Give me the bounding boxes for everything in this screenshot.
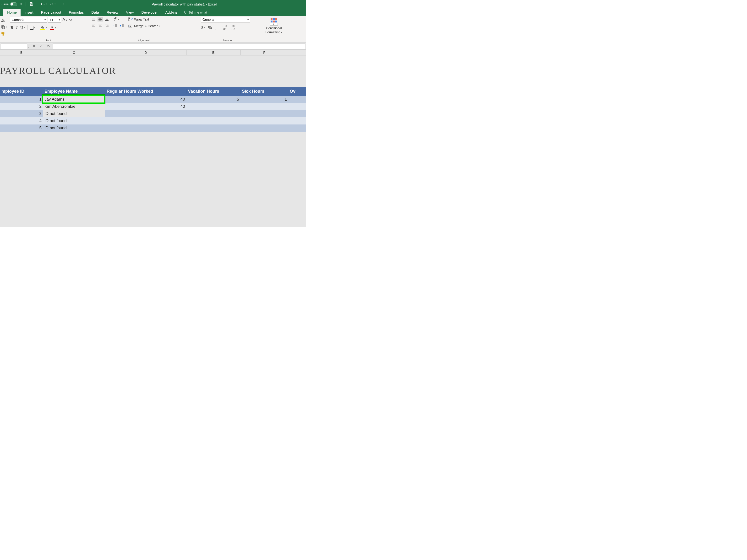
insert-function-button[interactable]: fx xyxy=(47,44,51,49)
cell-overtime[interactable] xyxy=(288,125,306,132)
tab-add-ins[interactable]: Add-ins xyxy=(161,9,181,16)
cell-employee-name[interactable]: Jay Adams xyxy=(43,96,105,103)
number-format-input[interactable] xyxy=(201,18,246,22)
orientation-button[interactable]: ab▾ xyxy=(112,17,120,22)
cell-employee-id[interactable]: 1 xyxy=(0,96,43,103)
tab-developer[interactable]: Developer xyxy=(137,9,161,16)
autosave-toggle[interactable]: Save Off xyxy=(1,2,22,6)
cell-employee-name[interactable]: ID not found xyxy=(43,125,105,132)
cell-overtime[interactable] xyxy=(288,96,306,103)
accounting-format-button[interactable]: $ ▾ xyxy=(201,25,205,30)
table-row[interactable]: 5 ID not found xyxy=(0,125,306,132)
percent-format-button[interactable]: % xyxy=(208,25,212,31)
cell-overtime[interactable] xyxy=(288,110,306,117)
increase-indent-button[interactable] xyxy=(119,23,125,28)
tab-insert[interactable]: Insert xyxy=(21,9,37,16)
cell-vacation-hours[interactable] xyxy=(186,110,240,117)
align-left-button[interactable] xyxy=(91,24,96,28)
cell-vacation-hours[interactable] xyxy=(186,117,240,125)
conditional-formatting-button[interactable]: Conditional Formatting ▾ xyxy=(265,17,283,34)
column-headers[interactable]: B C D E F xyxy=(0,50,306,55)
decrease-indent-button[interactable] xyxy=(112,23,118,28)
font-name-combo[interactable]: ▼ xyxy=(10,17,47,23)
table-row[interactable]: 3 ID not found xyxy=(0,110,306,117)
tab-data[interactable]: Data xyxy=(87,9,103,16)
align-top-button[interactable] xyxy=(91,17,96,22)
italic-button[interactable]: I xyxy=(16,25,18,31)
borders-button[interactable]: ▾ xyxy=(29,25,36,30)
redo-button[interactable]: ▾ xyxy=(49,2,56,6)
merge-center-button[interactable]: a Merge & Center ▾ xyxy=(127,23,161,29)
cell-sick-hours[interactable]: 1 xyxy=(240,96,288,103)
fill-color-button[interactable]: ▾ xyxy=(40,25,47,30)
cell-sick-hours[interactable] xyxy=(240,110,288,117)
copy-button[interactable]: ▾ xyxy=(0,24,7,30)
cell-sick-hours[interactable] xyxy=(240,125,288,132)
cell-regular-hours[interactable]: 40 xyxy=(105,103,186,110)
tell-me-search[interactable]: Tell me what xyxy=(181,9,209,16)
col-header-b[interactable]: B xyxy=(0,50,43,55)
table-row[interactable]: 1 Jay Adams 40 5 1 xyxy=(0,96,306,103)
col-header-employee-name[interactable]: Employee Name xyxy=(43,89,105,94)
save-button[interactable] xyxy=(29,2,33,6)
font-size-input[interactable] xyxy=(48,18,58,22)
formula-input[interactable] xyxy=(53,43,305,49)
tab-view[interactable]: View xyxy=(122,9,137,16)
col-header-regular-hours[interactable]: Regular Hours Worked xyxy=(105,89,186,94)
decrease-decimal-button[interactable]: .00→.0 xyxy=(230,24,235,31)
col-header-sick-hours[interactable]: Sick Hours xyxy=(240,89,288,94)
cell-employee-name[interactable]: ID not found xyxy=(43,110,105,117)
tab-page-layout[interactable]: Page Layout xyxy=(37,9,65,16)
increase-decimal-button[interactable]: ←.0.00 xyxy=(222,24,227,31)
format-painter-button[interactable] xyxy=(0,31,6,37)
decrease-font-size-button[interactable]: A▾ xyxy=(68,18,73,22)
increase-font-size-button[interactable]: A▴ xyxy=(62,17,68,23)
cell-sick-hours[interactable] xyxy=(240,117,288,125)
cell-employee-id[interactable]: 4 xyxy=(0,117,43,125)
cell-sick-hours[interactable] xyxy=(240,103,288,110)
table-row[interactable]: 4 ID not found xyxy=(0,117,306,125)
align-center-button[interactable] xyxy=(98,24,103,28)
col-header-d[interactable]: D xyxy=(105,50,186,55)
cell-vacation-hours[interactable] xyxy=(186,125,240,132)
cell-employee-name[interactable]: ID not found xyxy=(43,117,105,125)
cell-vacation-hours[interactable]: 5 xyxy=(186,96,240,103)
col-header-e[interactable]: E xyxy=(186,50,240,55)
cell-employee-id[interactable]: 2 xyxy=(0,103,43,110)
cell-overtime[interactable] xyxy=(288,103,306,110)
wrap-text-button[interactable]: abc Wrap Text xyxy=(127,17,161,22)
cell-overtime[interactable] xyxy=(288,117,306,125)
cell-regular-hours[interactable]: 40 xyxy=(105,96,186,103)
cell-regular-hours[interactable] xyxy=(105,117,186,125)
tab-home[interactable]: Home xyxy=(3,9,21,16)
align-middle-button[interactable] xyxy=(98,17,103,22)
col-header-employee-id[interactable]: mployee ID xyxy=(0,89,43,94)
col-header-vacation-hours[interactable]: Vacation Hours xyxy=(186,89,240,94)
align-bottom-button[interactable] xyxy=(104,17,109,22)
cell-vacation-hours[interactable] xyxy=(186,103,240,110)
font-size-combo[interactable]: ▼ xyxy=(48,17,61,23)
cell-regular-hours[interactable] xyxy=(105,110,186,117)
col-header-f[interactable]: F xyxy=(240,50,288,55)
name-box[interactable] xyxy=(1,43,27,49)
tab-review[interactable]: Review xyxy=(103,9,122,16)
align-right-button[interactable] xyxy=(104,24,109,28)
cell-employee-id[interactable]: 5 xyxy=(0,125,43,132)
font-name-input[interactable] xyxy=(10,18,44,22)
number-format-combo[interactable]: ▼ xyxy=(201,17,250,23)
cell-employee-name[interactable]: Kim Abercrombie xyxy=(43,103,105,110)
worksheet[interactable]: PAYROLL CALCULATOR mployee ID Employee N… xyxy=(0,55,306,227)
table-row[interactable]: 2 Kim Abercrombie 40 xyxy=(0,103,306,110)
enter-formula-button[interactable]: ✓ xyxy=(40,44,44,49)
cut-button[interactable] xyxy=(0,18,6,23)
comma-format-button[interactable]: , xyxy=(215,25,217,31)
font-color-button[interactable]: A ▾ xyxy=(49,25,57,31)
col-header-c[interactable]: C xyxy=(43,50,105,55)
col-header-overtime[interactable]: Ov xyxy=(288,89,306,94)
bold-button[interactable]: B xyxy=(10,25,14,31)
col-header-g[interactable] xyxy=(288,50,306,55)
underline-button[interactable]: U ▾ xyxy=(20,25,25,30)
tab-formulas[interactable]: Formulas xyxy=(65,9,88,16)
cancel-formula-button[interactable]: ✕ xyxy=(32,44,36,49)
undo-button[interactable]: ▾ xyxy=(41,2,47,6)
